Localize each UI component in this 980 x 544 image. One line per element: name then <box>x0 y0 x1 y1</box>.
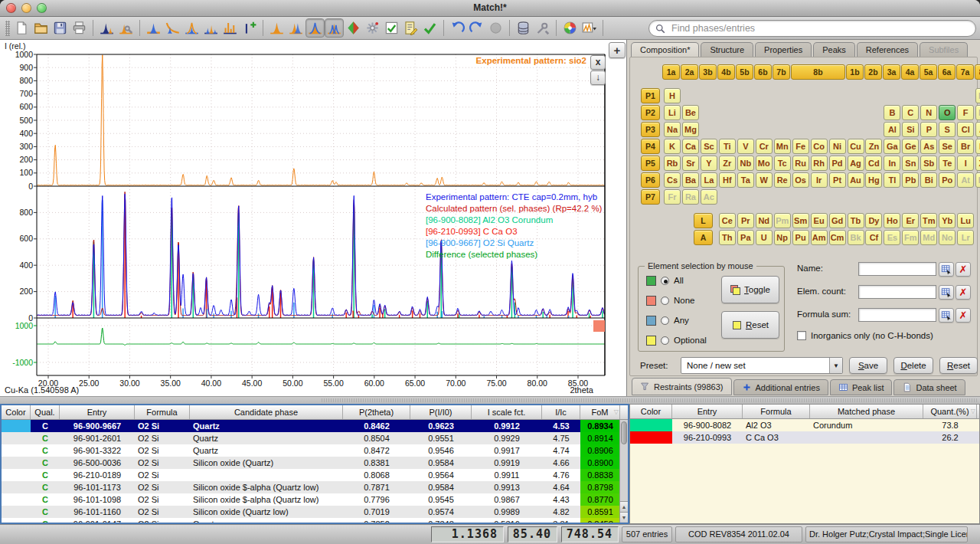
element-hg[interactable]: Hg <box>865 172 882 188</box>
tab-peaks[interactable]: Peaks <box>813 42 855 57</box>
candidate-row-96-210-0189[interactable]: C96-210-0189O2 Si0.80680.95640.99114.760… <box>2 469 628 481</box>
element-rb[interactable]: Rb <box>664 156 681 171</box>
column-header-entry[interactable]: Entry <box>672 405 743 418</box>
candidate-table[interactable]: ColorQual.EntryFormulaCandidate phaseP(2… <box>0 404 629 524</box>
import-pattern-button[interactable] <box>97 18 116 38</box>
group-button-8b[interactable]: 8b <box>791 64 845 80</box>
group-button-8a[interactable]: 8a <box>975 64 980 80</box>
element-si[interactable]: Si <box>902 122 919 137</box>
group-button-6b[interactable]: 6b <box>754 64 772 80</box>
element-tc[interactable]: Tc <box>774 156 791 171</box>
element-ce[interactable]: Ce <box>719 213 736 228</box>
element-ar[interactable]: Ar <box>975 122 980 137</box>
element-y[interactable]: Y <box>701 156 717 171</box>
element-ga[interactable]: Ga <box>884 139 900 154</box>
element-u[interactable]: U <box>756 230 773 245</box>
element-sm[interactable]: Sm <box>792 213 809 228</box>
tab-peak-list[interactable]: Peak list <box>830 379 893 395</box>
element-sc[interactable]: Sc <box>701 139 717 154</box>
element-sn[interactable]: Sn <box>902 156 919 171</box>
element-pu[interactable]: Pu <box>792 230 809 245</box>
optional-radio[interactable] <box>661 336 669 345</box>
element-br[interactable]: Br <box>957 139 974 154</box>
accept-button[interactable] <box>420 18 439 38</box>
element-rn[interactable]: Rn <box>975 172 980 188</box>
element-fe[interactable]: Fe <box>792 139 809 154</box>
show-profile-button[interactable] <box>305 18 325 38</box>
preset-reset-button[interactable]: Reset <box>939 357 978 374</box>
element-lu[interactable]: Lu <box>957 213 974 228</box>
element-rh[interactable]: Rh <box>811 156 828 171</box>
element-w[interactable]: W <box>756 172 773 188</box>
element-te[interactable]: Te <box>939 156 956 171</box>
period-button-p4[interactable]: P4 <box>641 139 660 154</box>
save-document-button[interactable] <box>51 18 70 38</box>
matched-row-96-210-0993[interactable]: 96-210-0993C Ca O326.2 <box>630 431 979 444</box>
candidate-row-96-901-0147[interactable]: C96-901-0147O2 SiQuartz0.78520.73480.531… <box>2 518 628 524</box>
none-radio[interactable] <box>661 297 669 305</box>
open-document-button[interactable] <box>31 18 51 38</box>
element-sb[interactable]: Sb <box>920 156 937 171</box>
element-pb[interactable]: Pb <box>902 172 919 188</box>
reset-selection-button[interactable]: Reset <box>721 311 779 339</box>
group-button-2b[interactable]: 2b <box>864 64 882 80</box>
element-co[interactable]: Co <box>811 139 828 154</box>
expand-fit-button[interactable] <box>344 18 363 38</box>
element-ir[interactable]: Ir <box>811 172 828 188</box>
element-b[interactable]: B <box>884 105 900 120</box>
formula-sum-input[interactable] <box>858 308 936 322</box>
element-au[interactable]: Au <box>848 172 864 188</box>
raw-data-tools-button[interactable] <box>116 18 136 38</box>
element-md[interactable]: Md <box>920 230 937 245</box>
period-button-l[interactable]: L <box>694 213 713 228</box>
column-header-formula[interactable]: Formula <box>743 405 810 418</box>
element-kr[interactable]: Kr <box>975 139 980 154</box>
tab-properties[interactable]: Properties <box>755 42 812 57</box>
undo-button[interactable] <box>448 18 467 38</box>
add-peak-button[interactable] <box>240 18 259 38</box>
redo-button[interactable] <box>467 18 486 38</box>
element-ba[interactable]: Ba <box>682 172 699 188</box>
element-fr[interactable]: Fr <box>664 189 681 205</box>
scroll-up-button[interactable]: ▲ <box>620 501 628 512</box>
element-np[interactable]: Np <box>774 230 791 245</box>
formula-sum-select-button[interactable] <box>939 308 954 323</box>
element-k[interactable]: K <box>664 139 681 154</box>
inorganics-only-checkbox[interactable] <box>797 331 806 340</box>
candidate-row-96-901-3322[interactable]: C96-901-3322O2 SiQuartz0.84720.95460.991… <box>2 444 628 457</box>
elem--count-select-button[interactable] <box>939 285 954 300</box>
group-button-5b[interactable]: 5b <box>736 64 753 80</box>
element-o[interactable]: O <box>939 105 956 120</box>
element-pd[interactable]: Pd <box>829 156 846 171</box>
element-ta[interactable]: Ta <box>737 172 754 188</box>
tab-restraints[interactable]: Restraints (99863) <box>632 378 732 395</box>
element-dy[interactable]: Dy <box>865 213 882 228</box>
element-na[interactable]: Na <box>664 122 681 137</box>
element-se[interactable]: Se <box>939 139 956 154</box>
element-lr[interactable]: Lr <box>957 230 974 245</box>
diffraction-chart-region[interactable]: 0100200300400500600700800900100080060040… <box>0 40 626 396</box>
column-header-i-ic[interactable]: I/Ic <box>542 405 580 419</box>
element-re[interactable]: Re <box>774 172 791 188</box>
subtract-background-button[interactable] <box>144 18 163 38</box>
show-calculated-button[interactable] <box>325 18 344 38</box>
period-button-p3[interactable]: P3 <box>641 122 660 137</box>
element-li[interactable]: Li <box>664 105 681 120</box>
candidate-row-96-101-1098[interactable]: C96-101-1098O2 SiSilicon oxide $-alpha (… <box>2 493 628 506</box>
new-document-button[interactable] <box>12 18 31 38</box>
element-al[interactable]: Al <box>884 122 900 137</box>
search-input[interactable] <box>670 22 969 34</box>
element-pa[interactable]: Pa <box>737 230 754 245</box>
tab-structure[interactable]: Structure <box>701 42 753 57</box>
element-pr[interactable]: Pr <box>737 213 754 228</box>
element-ne[interactable]: Ne <box>975 105 980 120</box>
formula-sum-clear-button[interactable]: ✗ <box>956 308 971 323</box>
element-cl[interactable]: Cl <box>957 122 974 137</box>
column-header-p-2theta[interactable]: P(2theta) <box>343 405 410 419</box>
element-hf[interactable]: Hf <box>719 172 736 188</box>
element-es[interactable]: Es <box>884 230 900 245</box>
column-header-fom[interactable]: FoM▽ <box>580 405 620 419</box>
group-button-1a[interactable]: 1a <box>662 64 680 80</box>
any-radio[interactable] <box>661 316 669 325</box>
matched-row-96-900-8082[interactable]: 96-900-8082Al2 O3Corundum73.8 <box>630 419 979 431</box>
